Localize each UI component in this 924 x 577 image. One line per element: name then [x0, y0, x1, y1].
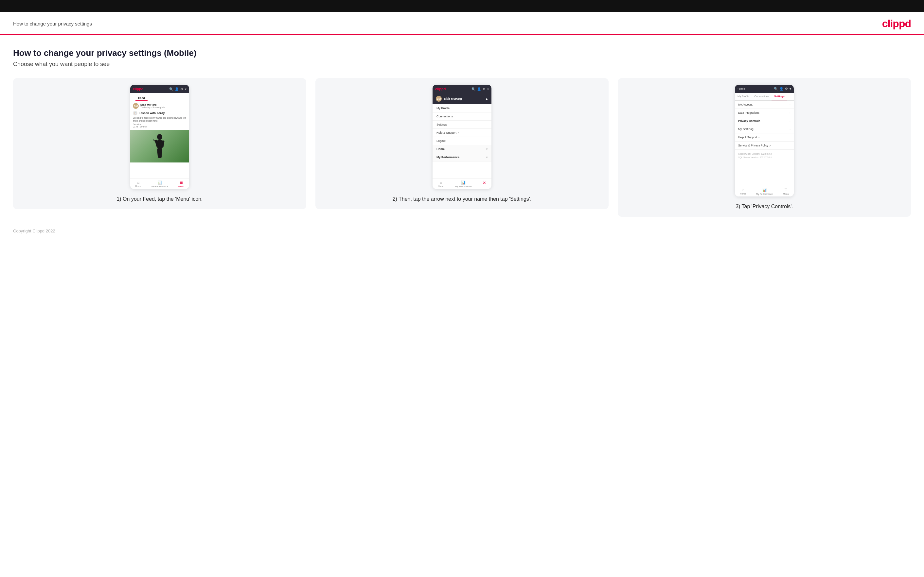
- chevron-home: ▾: [486, 148, 488, 151]
- chart-icon-2: 📊: [461, 181, 465, 185]
- home-icon-1: ⌂: [137, 181, 139, 184]
- chevron-privacy-controls: ›: [790, 120, 790, 122]
- search-icon-3: 🔍: [774, 87, 778, 90]
- chevron-icon-1: ▾: [185, 87, 186, 91]
- settings-item-help-label: Help & Support ↗: [738, 136, 760, 139]
- tab-connections[interactable]: Connections: [752, 93, 772, 100]
- footer-home-label-3: Home: [740, 193, 746, 195]
- settings-item-privacy-policy[interactable]: Service & Privacy Policy ↗: [735, 142, 794, 150]
- settings-icon-1: ⚙: [180, 87, 183, 91]
- settings-icon-3: ⚙: [785, 87, 788, 90]
- steps-container: clippd 🔍 👤 ⚙ ▾ Feed BM: [13, 78, 911, 217]
- chevron-my-account: ›: [790, 103, 790, 106]
- settings-item-privacy-controls[interactable]: Privacy Controls ›: [735, 117, 794, 125]
- lesson-duration-value: 01 hr : 30 min: [133, 126, 186, 128]
- close-icon-2: ✕: [483, 181, 486, 185]
- menu-section-performance-label: My Performance: [436, 156, 459, 159]
- menu-user-left: BM Blair McHarg: [436, 96, 462, 102]
- phone-footer-2: ⌂ Home 📊 My Performance ✕: [433, 178, 491, 189]
- lesson-duration: Duration: [133, 123, 186, 126]
- menu-section-home[interactable]: Home ▾: [433, 145, 491, 153]
- chevron-data-integrations: ›: [790, 111, 790, 114]
- step-2-card: clippd 🔍 👤 ⚙ ▾ BM Blair McHarg: [315, 78, 609, 209]
- phone-icons-1: 🔍 👤 ⚙ ▾: [169, 87, 186, 91]
- person-icon-2: 👤: [477, 87, 481, 91]
- settings-item-help[interactable]: Help & Support ↗: [735, 134, 794, 142]
- chart-icon-1: 📊: [158, 181, 162, 185]
- phone-body-1: Feed BM Blair McHarg Yesterday · Sunning…: [130, 93, 189, 178]
- menu-item-settings-label: Settings: [436, 123, 447, 126]
- header-title: How to change your privacy settings: [13, 21, 92, 26]
- settings-item-my-account[interactable]: My Account ›: [735, 101, 794, 109]
- person-icon-1: 👤: [175, 87, 179, 91]
- ext-icon-policy: ↗: [769, 145, 771, 147]
- phone-header-1: clippd 🔍 👤 ⚙ ▾: [130, 85, 189, 93]
- lesson-title: 📋 Lesson with Fordy: [133, 111, 186, 115]
- feed-image: [130, 130, 189, 163]
- settings-item-data-integrations-label: Data Integrations: [738, 111, 759, 114]
- footer-performance-label-3: My Performance: [756, 193, 773, 195]
- avatar-1: BM: [133, 103, 139, 109]
- footer-menu-3[interactable]: ☰ Menu: [783, 188, 789, 195]
- footer-menu-1[interactable]: ☰ Menu: [178, 181, 184, 188]
- home-icon-2: ⌂: [440, 181, 443, 184]
- back-arrow-icon: ‹: [738, 87, 738, 90]
- phone-logo-1: clippd: [133, 87, 143, 91]
- footer-home-label-2: Home: [438, 185, 444, 187]
- settings-item-data-integrations[interactable]: Data Integrations ›: [735, 109, 794, 117]
- chevron-icon-2: ▾: [487, 87, 489, 91]
- menu-username: Blair McHarg: [444, 97, 462, 100]
- feed-tab: Feed: [136, 95, 147, 101]
- lesson-text: Looking to feel like my hands are exitin…: [133, 116, 186, 122]
- footer-performance-label-2: My Performance: [455, 185, 472, 188]
- author-sub-1: Yesterday · Sunningdale: [141, 106, 165, 108]
- menu-arrow-up[interactable]: ▲: [485, 97, 488, 100]
- menu-item-logout-label: Logout: [436, 139, 446, 143]
- menu-section-performance[interactable]: My Performance ▾: [433, 153, 491, 161]
- menu-item-settings[interactable]: Settings: [433, 121, 491, 129]
- menu-user-row: BM Blair McHarg ▲: [433, 93, 491, 104]
- footer-home-label-1: Home: [135, 185, 141, 187]
- menu-item-help[interactable]: Help & Support ↗: [433, 129, 491, 137]
- footer-performance-2: 📊 My Performance: [455, 181, 472, 188]
- chart-icon-3: 📊: [762, 188, 767, 192]
- phone-body-2: BM Blair McHarg ▲ My Profile Connections…: [433, 93, 491, 178]
- tab-settings[interactable]: Settings: [772, 93, 787, 100]
- phone-icons-3: 🔍 👤 ⚙ ▾: [774, 87, 791, 90]
- svg-point-0: [157, 134, 162, 140]
- step-3-caption: 3) Tap 'Privacy Controls'.: [735, 203, 793, 210]
- menu-icon-1: ☰: [179, 181, 183, 185]
- version-text: Clippd Client Version: 2022.8.3-3SQL Ser…: [735, 150, 794, 162]
- ext-icon-help: ↗: [457, 132, 459, 134]
- step-2-caption: 2) Then, tap the arrow next to your name…: [393, 195, 532, 203]
- footer-performance-3: 📊 My Performance: [756, 188, 773, 195]
- menu-item-my-profile-label: My Profile: [436, 106, 449, 110]
- ext-icon-help-3: ↗: [758, 136, 760, 139]
- settings-item-my-account-label: My Account: [738, 103, 753, 106]
- search-icon-2: 🔍: [472, 87, 475, 91]
- footer-performance-label-1: My Performance: [152, 185, 168, 188]
- step-1-caption: 1) On your Feed, tap the 'Menu' icon.: [116, 195, 202, 203]
- menu-item-logout[interactable]: Logout: [433, 137, 491, 145]
- settings-item-my-golf-bag[interactable]: My Golf Bag ›: [735, 125, 794, 134]
- phone-footer-1: ⌂ Home 📊 My Performance ☰ Menu: [130, 178, 189, 189]
- main-content: How to change your privacy settings (Mob…: [0, 35, 924, 223]
- menu-item-my-profile[interactable]: My Profile: [433, 104, 491, 113]
- phone-logo-2: clippd: [435, 87, 446, 91]
- back-button[interactable]: ‹ Back: [738, 87, 745, 90]
- tab-my-profile[interactable]: My Profile: [735, 93, 752, 100]
- footer-home-3: ⌂ Home: [740, 188, 746, 195]
- step-3-card: ‹ Back 🔍 👤 ⚙ ▾ My Profile Connections Se…: [618, 78, 911, 217]
- avatar-2: BM: [436, 96, 442, 102]
- phone-body-3: My Account › Data Integrations › Privacy…: [735, 101, 794, 186]
- phone-mockup-1: clippd 🔍 👤 ⚙ ▾ Feed BM: [130, 85, 189, 189]
- phone-icons-2: 🔍 👤 ⚙ ▾: [472, 87, 489, 91]
- footer-home-1: ⌂ Home: [135, 181, 141, 188]
- footer-close-2[interactable]: ✕: [483, 181, 486, 188]
- phone-footer-3: ⌂ Home 📊 My Performance ☰ Menu: [735, 186, 794, 197]
- logo: clippd: [882, 18, 911, 30]
- footer-home-2: ⌂ Home: [438, 181, 444, 188]
- menu-item-connections[interactable]: Connections: [433, 113, 491, 121]
- settings-item-privacy-policy-label: Service & Privacy Policy ↗: [738, 144, 771, 147]
- search-icon-1: 🔍: [169, 87, 173, 91]
